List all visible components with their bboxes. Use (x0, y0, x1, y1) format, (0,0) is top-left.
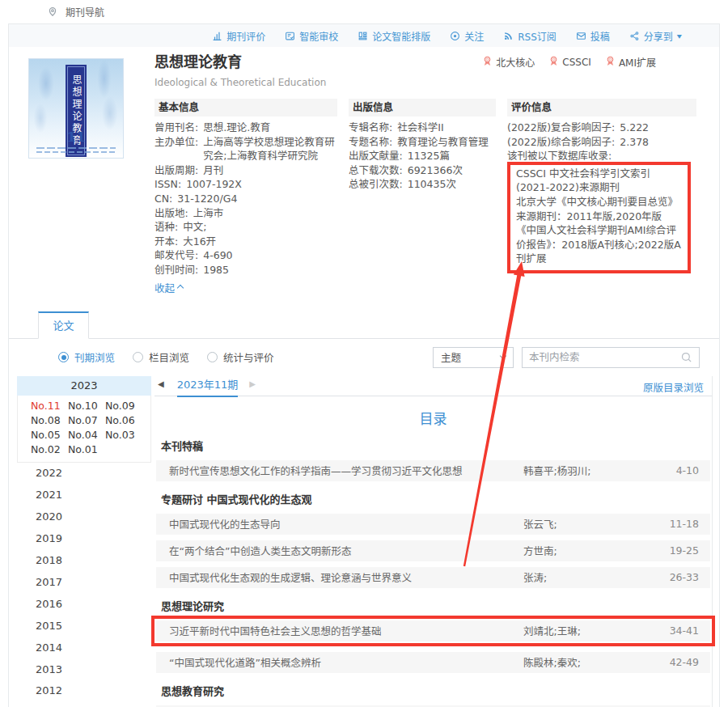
info-label: 主办单位: (154, 135, 198, 163)
radio-dot-icon (207, 352, 218, 362)
article-authors[interactable]: 韩喜平;杨羽川; (523, 463, 676, 478)
select-value: 主题 (441, 349, 461, 365)
collapse-label: 收起 (154, 280, 175, 295)
sidebar-year[interactable]: 2021 (36, 485, 151, 506)
radio-dot-icon (133, 352, 143, 362)
article-title[interactable]: 习近平新时代中国特色社会主义思想的哲学基础 (169, 623, 523, 638)
sidebar-year[interactable]: 2011 (36, 702, 151, 707)
year-list: 2022202120202019201820172016201520142013… (17, 463, 151, 707)
toolbar-item-submit[interactable]: 投稿 (576, 29, 610, 43)
chevron-down-icon (500, 353, 506, 359)
article-title[interactable]: 中国式现代化的生态导向 (169, 516, 523, 531)
article-title[interactable]: “中国式现代化道路”相关概念辨析 (169, 654, 523, 670)
toolbar-item-smart-typeset[interactable]: 论文智能排版 (358, 29, 430, 43)
radio-option[interactable]: 栏目浏览 (133, 349, 189, 365)
database-entry: 《中国人文社会科学期刊AMI综合评价报告》：2018版A刊核心;2022版A刊扩… (516, 223, 683, 266)
rss-icon (503, 31, 514, 41)
info-item: CN:31-1220/G4 (154, 192, 337, 206)
next-issue-button[interactable]: ▶ (249, 379, 256, 388)
sidebar-issue[interactable]: No.03 (105, 428, 142, 442)
sidebar-year-current[interactable]: 2023 (17, 376, 151, 396)
article-authors[interactable]: 陈殿林;秦欢; (523, 654, 670, 670)
article-title[interactable]: 在“两个结合”中创造人类生态文明新形态 (169, 543, 523, 558)
article-row: “中国式现代化道路”相关概念辨析陈殿林;秦欢;42-49 (156, 652, 710, 673)
sidebar-issue[interactable]: No.04 (68, 428, 105, 442)
search-icon[interactable] (680, 351, 692, 363)
toolbar-item-journal-eval[interactable]: 期刊评价 (212, 29, 265, 43)
sidebar-issue[interactable]: No.06 (105, 413, 142, 428)
info-item: 开本:大16开 (154, 235, 337, 249)
radio-dot-icon (58, 352, 69, 362)
article-authors[interactable]: 刘靖北;王琳; (523, 623, 670, 638)
info-item: 专题名称:教育理论与教育管理 (349, 135, 496, 150)
tab-papers[interactable]: 论文 (38, 311, 89, 339)
article-authors[interactable]: 方世南; (523, 543, 670, 558)
sidebar-year[interactable]: 2020 (36, 506, 151, 528)
info-item: 主办单位:上海高等学校思想理论教育研究会;上海教育科学研究院 (154, 135, 337, 163)
original-toc-link[interactable]: 原版目录浏览 (643, 379, 704, 395)
toolbar-item-follow[interactable]: 关注 (450, 29, 484, 43)
sidebar-issue[interactable]: No.09 (105, 399, 142, 413)
toc-section-title: 思想教育研究 (161, 683, 712, 698)
collapse-link[interactable]: 收起 (154, 280, 183, 295)
journal-badge: CSSCI (548, 55, 591, 69)
sidebar-issue[interactable]: No.10 (68, 399, 105, 413)
article-authors[interactable]: 张涛; (523, 569, 670, 585)
sidebar-issue[interactable]: No.02 (31, 442, 68, 457)
sidebar-year[interactable]: 2015 (36, 616, 151, 637)
toolbar-item-share[interactable]: 分享到▼ (629, 29, 682, 43)
sidebar-year[interactable]: 2013 (36, 659, 151, 681)
article-title[interactable]: 新时代宣传思想文化工作的科学指南——学习贯彻习近平文化思想 (169, 463, 523, 478)
sidebar-year[interactable]: 2017 (36, 572, 151, 594)
info-value: 11325篇 (408, 149, 496, 163)
sidebar-year[interactable]: 2016 (36, 594, 151, 616)
medal-icon (605, 56, 616, 69)
article-title[interactable]: 中国式现代化生态观的生成逻辑、理论意涵与世界意义 (169, 569, 523, 585)
article-authors[interactable]: 张云飞; (523, 516, 670, 531)
basic-info-header: 基本信息 (154, 99, 337, 116)
journal-cover-image: 思想理论教育 11 (28, 58, 124, 159)
toolbar-item-rss[interactable]: RSS订阅 (503, 29, 557, 43)
info-value: 大16开 (183, 235, 337, 249)
info-value: 110435次 (408, 177, 496, 192)
eye-icon (450, 31, 460, 41)
search-field-select[interactable]: 主题 (433, 347, 514, 368)
sidebar-issue[interactable]: No.01 (68, 442, 105, 457)
search-input[interactable] (523, 351, 680, 363)
info-value: 上海市 (193, 206, 337, 221)
info-value: 社会科学II (397, 121, 496, 135)
sidebar-issue[interactable]: No.05 (31, 428, 68, 442)
sidebar-year[interactable]: 2018 (36, 550, 151, 572)
toc-section-title: 本刊特稿 (161, 438, 712, 453)
breadcrumb-label[interactable]: 期刊导航 (66, 5, 104, 19)
radio-selected[interactable]: 刊期浏览 (58, 349, 115, 365)
caret-down-icon: ▼ (677, 32, 682, 38)
article-row: 中国式现代化的生态导向张云飞;11-18 (156, 514, 710, 535)
article-pages: 4-10 (676, 464, 699, 476)
toolbar-item-label: 期刊评价 (226, 29, 265, 43)
info-value: 2.378 (620, 135, 696, 150)
sidebar-issue[interactable]: No.08 (31, 413, 68, 428)
sidebar-year[interactable]: 2022 (36, 463, 151, 485)
sidebar-year[interactable]: 2012 (36, 680, 151, 702)
current-issue-tab[interactable]: 2023年11期 (177, 376, 239, 397)
sidebar-year[interactable]: 2014 (36, 637, 151, 659)
info-value: 月刊 (203, 163, 337, 178)
eval-info-column: 评价信息 (2022版)复合影响因子:5.222(2022版)综合影响因子:2.… (507, 99, 696, 295)
toolbar-item-smart-review[interactable]: 智能审校 (285, 29, 338, 43)
sidebar-issue[interactable]: No.11 (31, 399, 68, 413)
sidebar-year[interactable]: 2019 (36, 528, 151, 550)
sidebar-issue[interactable]: No.07 (68, 413, 105, 428)
toc-main: ◀ 2023年11期 ▶ 原版目录浏览 目录 本刊特稿新时代宣传思想文化工作的科… (154, 376, 713, 707)
info-item: 专辑名称:社会科学II (349, 121, 496, 135)
toolbar-item-label: 分享到 (644, 29, 673, 43)
journal-panel: 期刊评价智能审校论文智能排版关注RSS订阅投稿分享到▼ 思想理论教育 11 思想… (8, 23, 720, 707)
radio-option[interactable]: 统计与评价 (207, 349, 274, 365)
toc-section-title: 思想理论研究 (161, 598, 712, 613)
info-item: ISSN:1007-192X (154, 177, 337, 192)
badge-label: AMI扩展 (619, 55, 656, 69)
article-pages: 19-25 (670, 544, 699, 557)
prev-issue-button[interactable]: ◀ (158, 379, 164, 388)
review-icon (285, 31, 295, 41)
tab-strip: 论文 (9, 311, 719, 339)
